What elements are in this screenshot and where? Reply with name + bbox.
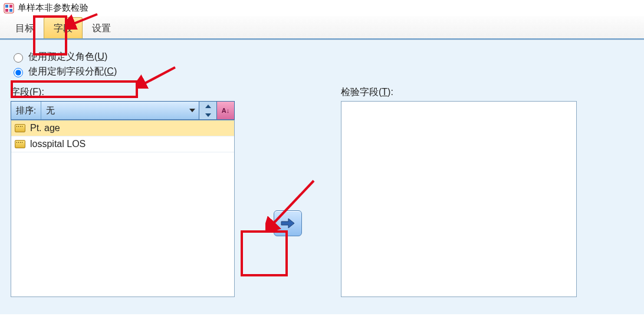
- sort-spin: [199, 102, 216, 119]
- chevron-down-icon: [189, 109, 195, 112]
- ruler-icon: [15, 140, 25, 148]
- svg-rect-2: [9, 5, 12, 8]
- svg-rect-3: [5, 9, 8, 12]
- arrow-right-icon: [280, 217, 295, 230]
- sort-dropdown-value: 无: [46, 105, 55, 116]
- radio-predefined-input[interactable]: [14, 53, 23, 63]
- move-right-button[interactable]: [274, 210, 302, 236]
- role-radio-group: 使用预定义角色(U) 使用定制字段分配(C): [11, 51, 633, 78]
- tab-fields[interactable]: 字段: [44, 17, 83, 38]
- sort-down-button[interactable]: [199, 110, 216, 119]
- sort-up-button[interactable]: [199, 102, 216, 110]
- tab-bar: 目标 字段 设置: [0, 16, 644, 40]
- window-title: 单样本非参数检验: [18, 2, 88, 14]
- sort-toolbar: 排序: 无 A↓: [11, 101, 235, 120]
- list-item[interactable]: Pt. age: [11, 120, 234, 136]
- source-fields-list[interactable]: Pt. age losspital LOS: [11, 120, 235, 297]
- target-fields-column: 检验字段(T):: [341, 86, 577, 297]
- list-item-label: Pt. age: [30, 123, 60, 133]
- tab-goal[interactable]: 目标: [6, 18, 44, 38]
- tab-settings[interactable]: 设置: [83, 18, 120, 38]
- svg-rect-4: [9, 9, 12, 12]
- source-fields-column: 字段(F): 排序: 无 A↓ Pt. age: [11, 86, 235, 297]
- ruler-icon: [15, 124, 25, 132]
- radio-custom-input[interactable]: [14, 68, 23, 77]
- radio-custom-assignment[interactable]: 使用定制字段分配(C): [11, 66, 633, 78]
- transfer-column: [235, 86, 341, 236]
- list-item[interactable]: losspital LOS: [11, 136, 234, 152]
- svg-rect-1: [5, 5, 8, 8]
- sort-label: 排序:: [11, 102, 41, 119]
- app-grid-icon: [4, 3, 14, 14]
- fields-panel: 使用预定义角色(U) 使用定制字段分配(C) 字段(F): 排序: 无: [0, 40, 644, 314]
- radio-predefined-label: 使用预定义角色(U): [28, 51, 107, 63]
- target-fields-list[interactable]: [341, 101, 577, 297]
- sort-dropdown[interactable]: 无: [41, 102, 199, 119]
- source-fields-label: 字段(F):: [11, 86, 235, 99]
- title-bar: 单样本非参数检验: [0, 0, 644, 16]
- radio-predefined-roles[interactable]: 使用预定义角色(U): [11, 51, 633, 63]
- radio-custom-label: 使用定制字段分配(C): [28, 66, 117, 78]
- list-item-label: losspital LOS: [30, 139, 86, 149]
- target-fields-label: 检验字段(T):: [341, 86, 577, 99]
- sort-az-label: A↓: [222, 107, 229, 114]
- sort-az-button[interactable]: A↓: [216, 102, 234, 119]
